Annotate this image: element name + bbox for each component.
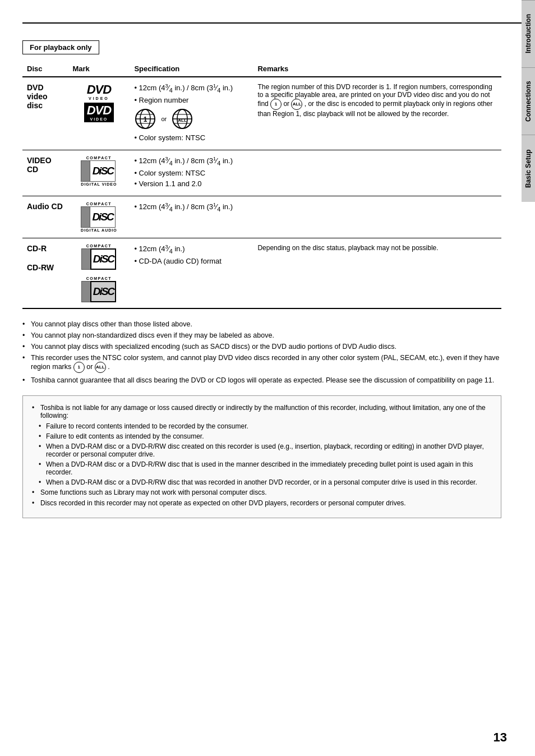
cdr-spec-list: 12cm (43⁄4 in.) CD-DA (audio CD) format <box>134 244 248 265</box>
video-cd-spec-list: 12cm (43⁄4 in.) / 8cm (31⁄4 in.) Color s… <box>134 156 248 188</box>
disc-remarks-dvd-video: The region number of this DVD recorder i… <box>253 77 501 150</box>
cd-main-box: DiSC <box>90 206 116 228</box>
side-tab-introduction: Introduction <box>522 0 535 67</box>
col-header-specification: Specification <box>130 61 253 77</box>
note-item: You cannot play non-standardized discs e… <box>22 331 501 339</box>
compact-text: COMPACT <box>81 156 117 160</box>
disc-name-video-cd: VIDEO CD <box>22 150 68 196</box>
disc-name-audio-cd: Audio CD <box>22 196 68 238</box>
disc-spec-audio-cd: 12cm (43⁄4 in.) / 8cm (31⁄4 in.) <box>130 196 253 238</box>
note-item: Toshiba cannot guarantee that all discs … <box>22 376 501 384</box>
disc-name-dvd-video: DVD videodisc <box>22 77 68 150</box>
video-cd-logo: COMPACT DiSC DIGITAL VIDEO <box>81 156 117 186</box>
dvd-spec-list: 12cm (43⁄4 in.) / 8cm (31⁄4 in.) Region … <box>134 83 248 104</box>
top-rule <box>22 22 524 24</box>
side-tab-connections: Connections <box>522 67 535 135</box>
cd-left-strip <box>81 160 90 182</box>
disc-table: Disc Mark Specification Remarks DVD vide… <box>22 61 501 309</box>
note-item: This recorder uses the NTSC color system… <box>22 354 501 373</box>
legal-item: When a DVD-RAM disc or a DVD-R/RW disc t… <box>32 478 492 486</box>
cd-main-box: DiSC <box>90 281 116 302</box>
spec-item: 12cm (43⁄4 in.) <box>134 244 248 255</box>
legal-box: Toshiba is not liable for any damage or … <box>22 395 501 518</box>
cd-left-strip <box>81 206 90 228</box>
cd-left-strip <box>81 248 90 270</box>
cdr-logo: COMPACT DiSC <box>81 244 116 270</box>
audio-cd-spec-list: 12cm (43⁄4 in.) / 8cm (31⁄4 in.) <box>134 202 248 213</box>
compact-text: COMPACT <box>81 202 117 206</box>
or-label: or <box>161 116 167 122</box>
cd-main-box: DiSC <box>90 160 116 182</box>
side-tabs: Introduction Connections Basic Setup <box>522 0 535 756</box>
compact-text: COMPACT <box>81 276 116 280</box>
cd-left-strip <box>81 281 90 302</box>
col-header-mark: Mark <box>68 61 130 77</box>
legal-intro: Toshiba is not liable for any damage or … <box>32 404 492 420</box>
table-row: VIDEO CD COMPACT DiSC DIGITAL VIDEO <box>22 150 501 196</box>
main-content: For playback only Disc Mark Specificatio… <box>22 40 501 518</box>
cd-body: DiSC <box>81 248 116 270</box>
spec-item: 12cm (43⁄4 in.) / 8cm (31⁄4 in.) <box>134 83 248 94</box>
table-row: DVD videodisc DVD VIDEO DVD VIDEO <box>22 77 501 150</box>
legal-item: Failure to edit contents as intended by … <box>32 432 492 440</box>
table-row: Audio CD COMPACT DiSC DIGITAL AUDIO <box>22 196 501 238</box>
region-all-inline-icon: ALL <box>291 99 302 110</box>
cd-main-box: DiSC <box>90 248 116 270</box>
disc-spec-dvd-video: 12cm (43⁄4 in.) / 8cm (31⁄4 in.) Region … <box>130 77 253 150</box>
disc-mark-audio-cd: COMPACT DiSC DIGITAL AUDIO <box>68 196 130 238</box>
disc-remarks-cdr: Depending on the disc status, playback m… <box>253 238 501 308</box>
disc-remarks-audio-cd <box>253 196 501 238</box>
region-all-icon: ALL <box>171 108 193 130</box>
compact-text: COMPACT <box>81 244 116 248</box>
disc-remarks-video-cd <box>253 150 501 196</box>
cd-rw-label: CD-RW <box>27 263 63 272</box>
cdrw-logo: COMPACT DiSC <box>81 276 116 302</box>
cd-r-label: CD-R <box>27 244 63 253</box>
legal-item: When a DVD-RAM disc or a DVD-R/RW disc c… <box>32 442 492 458</box>
region-all-inline-icon-note: ALL <box>95 362 106 373</box>
table-row: CD-R CD-RW COMPACT DiSC <box>22 238 501 308</box>
region-1-icon: 1 <box>134 108 156 130</box>
page-number: 13 <box>494 730 507 745</box>
region-inline-icon: 1 <box>270 99 282 110</box>
disc-spec-video-cd: 12cm (43⁄4 in.) / 8cm (31⁄4 in.) Color s… <box>130 150 253 196</box>
side-tab-basic-setup: Basic Setup <box>522 135 535 202</box>
spec-item: Region number <box>134 96 248 104</box>
note-item: You cannot play discs other than those l… <box>22 320 501 328</box>
audio-cd-logo: COMPACT DiSC DIGITAL AUDIO <box>81 202 117 232</box>
legal-item: When a DVD-RAM disc or a DVD-R/RW disc t… <box>32 460 492 476</box>
disc-mark-cdr-cdrw: COMPACT DiSC COMPACT DiSC <box>68 238 130 308</box>
cd-sublabel: DIGITAL VIDEO <box>81 182 117 186</box>
spec-item: Color system: NTSC <box>134 133 248 142</box>
legal-item: Failure to record contents intended to b… <box>32 422 492 430</box>
spec-item: Color system: NTSC <box>134 169 248 177</box>
region-icons: 1 or ALL <box>134 108 248 130</box>
disc-spec-cdr-cdrw: 12cm (43⁄4 in.) CD-DA (audio CD) format <box>130 238 253 308</box>
note-item: You cannot play discs with specialized e… <box>22 343 501 351</box>
svg-text:ALL: ALL <box>178 118 187 123</box>
col-header-remarks: Remarks <box>253 61 501 77</box>
spec-item: Version 1.1 and 2.0 <box>134 179 248 188</box>
legal-item: Some functions such as Library may not w… <box>32 488 492 496</box>
spec-item: 12cm (43⁄4 in.) / 8cm (31⁄4 in.) <box>134 156 248 167</box>
spec-item: CD-DA (audio CD) format <box>134 257 248 265</box>
cd-body: DiSC <box>81 281 116 302</box>
notes-section: You cannot play discs other than those l… <box>22 320 501 384</box>
col-header-disc: Disc <box>22 61 68 77</box>
disc-mark-dvd-video: DVD VIDEO DVD VIDEO <box>68 77 130 150</box>
spec-item: 12cm (43⁄4 in.) / 8cm (31⁄4 in.) <box>134 202 248 213</box>
disc-mark-video-cd: COMPACT DiSC DIGITAL VIDEO <box>68 150 130 196</box>
table-header-row: Disc Mark Specification Remarks <box>22 61 501 77</box>
dvd-spec-list-2: Color system: NTSC <box>134 133 248 142</box>
cd-sublabel: DIGITAL AUDIO <box>81 228 117 232</box>
page-container: Introduction Connections Basic Setup For… <box>0 0 535 756</box>
region-inline-icon-note: 1 <box>73 362 85 373</box>
legal-item: Discs recorded in this recorder may not … <box>32 499 492 507</box>
cd-body: DiSC <box>81 160 117 182</box>
section-label: For playback only <box>22 40 99 54</box>
cd-body: DiSC <box>81 206 117 228</box>
svg-text:1: 1 <box>144 116 147 123</box>
disc-name-cdr-cdrw: CD-R CD-RW <box>22 238 68 308</box>
